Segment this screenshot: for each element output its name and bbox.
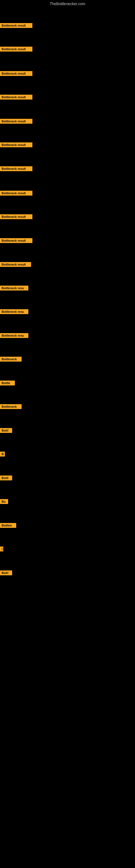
bottleneck-result-label: Bottleneck result xyxy=(0,191,32,195)
bottleneck-result-label: | xyxy=(0,547,3,552)
bottleneck-result-label: Bott! xyxy=(0,428,12,433)
bottleneck-result-label: Bottleneck result xyxy=(0,119,32,124)
bottleneck-result-label: Bottleneck resu xyxy=(0,286,28,290)
bottleneck-result-label: Bottlen xyxy=(0,523,16,528)
bottleneck-result-label: Bottleneck result xyxy=(0,166,32,171)
bottleneck-result-label: Bottleneck result xyxy=(0,71,32,76)
bottleneck-result-label: Bottleneck result xyxy=(0,46,32,52)
bottleneck-result-label: Bottleneck result xyxy=(0,262,31,267)
bottleneck-result-label: Bottleneck resu xyxy=(0,333,28,338)
bottleneck-result-label: Bottleneck result xyxy=(0,214,32,219)
bottleneck-result-label: Bottleneck result xyxy=(0,143,32,147)
bottleneck-result-label: B xyxy=(0,452,5,457)
bottleneck-result-label: Bottleneck result xyxy=(0,23,32,28)
bottleneck-result-label: Bottleneck result xyxy=(0,95,32,99)
bottleneck-result-label: Bottleneck xyxy=(0,357,21,362)
bottleneck-result-label: Bott! xyxy=(0,570,12,575)
bottleneck-result-label: Bottleneck resu xyxy=(0,309,28,314)
bottleneck-result-label: Bottle xyxy=(0,380,15,385)
bottleneck-result-label: Bottleneck result xyxy=(0,238,32,243)
bottleneck-result-label: Bo xyxy=(0,499,8,504)
bottleneck-result-label: Bottl xyxy=(0,475,12,480)
bottleneck-result-label: Bottleneck xyxy=(0,404,21,409)
site-title: TheBottlenecker.com xyxy=(0,0,135,8)
